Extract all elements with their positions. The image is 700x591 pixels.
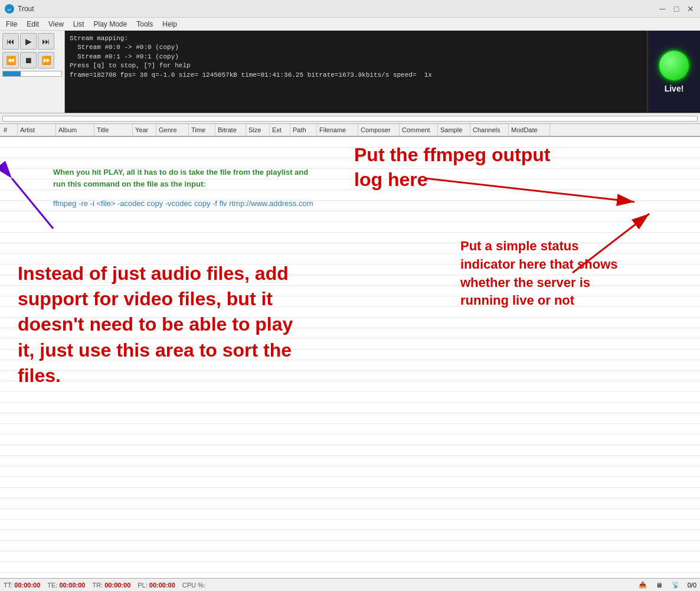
green-note-line1: When you hit PLAY, all it has to do is t… <box>53 168 308 177</box>
col-header-artist[interactable]: Artist <box>18 124 56 136</box>
col-header-sample[interactable]: Sample <box>438 124 470 136</box>
status-tt: TT: 00:00:00 <box>4 582 40 589</box>
menu-edit[interactable]: Edit <box>22 18 44 30</box>
app-icon: 🐟 <box>5 4 14 14</box>
ff-button[interactable]: ⏩ <box>38 52 54 68</box>
status-cpu: CPU %: <box>182 582 205 589</box>
status-pl: PL: 00:00:00 <box>138 582 175 589</box>
menu-bar: File Edit View List Play Mode Tools Help <box>0 18 700 31</box>
menu-playmode[interactable]: Play Mode <box>89 18 132 30</box>
grid-row <box>0 456 700 466</box>
rewind-button[interactable]: ⏪ <box>2 52 19 68</box>
ffmpeg-output: Stream mapping: Stream #0:0 -> #0:0 (cop… <box>65 31 647 113</box>
controls-panel: ⏮ ▶ ⏭ ⏪ ⏹ ⏩ <box>0 31 65 113</box>
col-header-composer[interactable]: Composer <box>358 124 400 136</box>
stop-button[interactable]: ⏹ <box>20 52 37 68</box>
col-header-channels[interactable]: Channels <box>470 124 509 136</box>
tt-label: TT: <box>4 582 12 589</box>
export-icon[interactable]: 📤 <box>638 580 647 590</box>
grid-row <box>0 392 700 403</box>
progress-bar-fill <box>3 71 21 76</box>
grid-row <box>0 498 700 509</box>
pl-value: 00:00:00 <box>149 582 175 589</box>
grid-row <box>0 424 700 435</box>
transport-row2: ⏪ ⏹ ⏩ <box>2 52 62 68</box>
col-header-comment[interactable]: Comment <box>400 124 438 136</box>
col-header-genre[interactable]: Genre <box>156 124 189 136</box>
window-controls: ─ □ ✕ <box>658 4 695 14</box>
progress-bar[interactable] <box>2 71 62 77</box>
tt-value: 00:00:00 <box>14 582 40 589</box>
green-note-line2: run this command on the file as the inpu… <box>53 179 206 188</box>
col-header-ext[interactable]: Ext <box>270 124 290 136</box>
grid-row <box>0 573 700 578</box>
col-header-year[interactable]: Year <box>133 124 156 136</box>
col-header-album[interactable]: Album <box>56 124 94 136</box>
seek-bar-area <box>0 113 700 124</box>
annotation-ffmpeg-cmd: ffmpeg -re -i <file> -acodec copy -vcode… <box>53 199 313 208</box>
annotation-video-note: Instead of just audio files, addsupport … <box>18 261 293 388</box>
transport-row: ⏮ ▶ ⏭ <box>2 33 62 50</box>
te-value: 00:00:00 <box>59 582 85 589</box>
monitor-icon[interactable]: 🖥 <box>655 580 664 590</box>
grid-row <box>0 403 700 413</box>
annotation-status-note: Put a simple statusindicator here that s… <box>460 237 618 310</box>
grid-row <box>0 562 700 573</box>
tr-label: TR: <box>93 582 103 589</box>
cpu-label: CPU %: <box>182 582 205 589</box>
grid-row <box>0 435 700 445</box>
menu-help[interactable]: Help <box>158 18 182 30</box>
track-count: 0/0 <box>688 582 696 589</box>
col-header-moddate[interactable]: ModDate <box>509 124 550 136</box>
broadcast-icon[interactable]: 📡 <box>671 580 681 590</box>
col-header-num[interactable]: # <box>1 124 18 136</box>
annotation-green-note: When you hit PLAY, all it has to do is t… <box>53 166 308 190</box>
col-header-size[interactable]: Size <box>246 124 270 136</box>
seek-bar[interactable] <box>2 116 698 122</box>
live-indicator-circle <box>659 51 689 80</box>
top-section: ⏮ ▶ ⏭ ⏪ ⏹ ⏩ Stream mapping: Stream #0:0 … <box>0 31 700 113</box>
menu-list[interactable]: List <box>68 18 89 30</box>
svg-line-3 <box>12 178 53 228</box>
app-title: Trout <box>18 5 658 13</box>
main-content: (function(){ const go = document.querySe… <box>0 137 700 578</box>
grid-row <box>0 530 700 541</box>
annotation-ffmpeg-label: Put the ffmpeg outputlog here <box>354 143 550 192</box>
prev-button[interactable]: ⏮ <box>2 33 19 50</box>
title-bar: 🐟 Trout ─ □ ✕ <box>0 0 700 18</box>
pl-label: PL: <box>138 582 148 589</box>
maximize-button[interactable]: □ <box>672 4 681 14</box>
grid-row <box>0 466 700 477</box>
grid-row <box>0 520 700 530</box>
tr-value: 00:00:00 <box>104 582 130 589</box>
menu-view[interactable]: View <box>44 18 68 30</box>
close-button[interactable]: ✕ <box>686 4 695 14</box>
next-button[interactable]: ⏭ <box>38 33 54 50</box>
col-header-bitrate[interactable]: Bitrate <box>215 124 246 136</box>
grid-row <box>0 551 700 562</box>
grid-row <box>0 148 700 158</box>
status-bar: TT: 00:00:00 TE: 00:00:00 TR: 00:00:00 P… <box>0 578 700 591</box>
track-count-value: 0/0 <box>688 582 696 589</box>
menu-tools[interactable]: Tools <box>132 18 158 30</box>
live-panel: Live! <box>647 31 700 113</box>
grid-row <box>0 509 700 520</box>
col-header-path[interactable]: Path <box>290 124 317 136</box>
play-button[interactable]: ▶ <box>20 33 37 50</box>
live-label: Live! <box>665 84 684 93</box>
column-headers: # Artist Album Title Year Genre Time Bit… <box>0 124 700 137</box>
grid-row <box>0 445 700 456</box>
te-label: TE: <box>47 582 57 589</box>
grid-row <box>0 137 700 148</box>
minimize-button[interactable]: ─ <box>658 4 667 14</box>
grid-row <box>0 211 700 222</box>
status-tr: TR: 00:00:00 <box>93 582 131 589</box>
grid-row <box>0 541 700 551</box>
status-te: TE: 00:00:00 <box>47 582 85 589</box>
grid-row <box>0 222 700 233</box>
grid-row <box>0 413 700 424</box>
menu-file[interactable]: File <box>1 18 22 30</box>
col-header-filename[interactable]: Filename <box>317 124 358 136</box>
col-header-time[interactable]: Time <box>189 124 215 136</box>
col-header-title[interactable]: Title <box>94 124 133 136</box>
